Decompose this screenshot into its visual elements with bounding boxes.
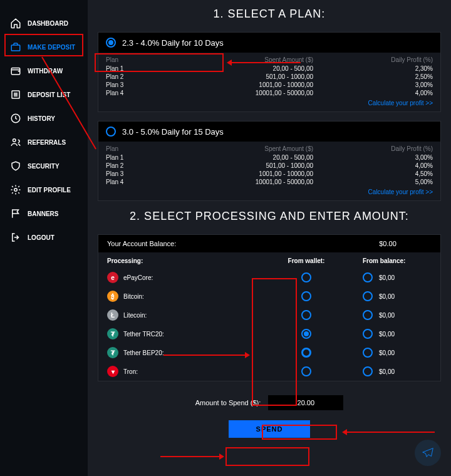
sidebar-item-logout[interactable]: LOGOUT	[0, 225, 88, 249]
plan-amount: 20,00 - 500,00	[167, 65, 321, 73]
plan-name: Plan 2	[98, 162, 167, 170]
plan-name: Plan 1	[98, 65, 167, 73]
sidebar-item-label: EDIT PROFILE	[28, 187, 71, 194]
plan-amount: 501,00 - 1000,00	[167, 162, 321, 170]
coin-icon: ₿	[107, 291, 118, 302]
table-row: Plan 2501,00 - 1000,002,50%	[98, 73, 440, 81]
sidebar-item-withdraw[interactable]: WITHDRAW	[0, 59, 88, 83]
plan-b-table: Plan Spent Amount ($) Daily Profit (%) P…	[98, 142, 440, 186]
plan-name: Plan 3	[98, 170, 167, 178]
table-row: Plan 120,00 - 500,003,00%	[98, 153, 440, 162]
table-row: Plan 31001,00 - 10000,003,00%	[98, 81, 440, 89]
sidebar-item-referrals[interactable]: REFERRALS	[0, 130, 88, 154]
sidebar-item-label: DEPOSIT LIST	[28, 91, 70, 98]
processing-row: ▾Tron:$0,00	[98, 362, 440, 381]
plan-profit: 2,50%	[321, 73, 440, 81]
balance-amount: $0,00	[379, 293, 395, 300]
coin-icon: e	[107, 272, 118, 283]
plan-profit: 5,00%	[321, 178, 440, 186]
calculate-profit-link[interactable]: Calculate your profit >>	[368, 100, 433, 106]
plan-profit: 2,30%	[321, 65, 440, 73]
from-wallet-header: From wallet:	[269, 257, 344, 264]
section-title-2: 2. SELECT PROCESSING AND ENTER AMOUNT:	[98, 210, 441, 223]
processing-row: ₮Tether BEP20:$0,00	[98, 343, 440, 362]
from-wallet-radio[interactable]	[301, 310, 311, 320]
table-row: Plan 410001,00 - 50000,004,00%	[98, 89, 440, 97]
sidebar-item-history[interactable]: HISTORY	[0, 106, 88, 130]
plan-profit: 4,50%	[321, 170, 440, 178]
plan-a-title: 2.3 - 4.0% Daily for 10 Days	[122, 38, 224, 48]
table-row: Plan 120,00 - 500,002,30%	[98, 65, 440, 73]
arrow-amount	[347, 432, 435, 433]
plan-amount: 20,00 - 500,00	[167, 153, 321, 162]
sidebar-item-label: MAKE DEPOSIT	[28, 44, 75, 51]
plan-profit: 4,00%	[321, 89, 440, 97]
plan-profit: 4,00%	[321, 162, 440, 170]
processing-row: ₿Bitcoin:$0,00	[98, 287, 440, 306]
flag-icon	[10, 208, 21, 219]
balance-amount: $0,00	[379, 331, 395, 338]
table-row: Plan 2501,00 - 1000,004,00%	[98, 162, 440, 170]
balance-label: Your Account Balance:	[107, 240, 344, 247]
plan-amount: 1001,00 - 10000,00	[167, 81, 321, 89]
account-balance-row: Your Account Balance: $0.00	[98, 235, 440, 252]
plan-profit: 3,00%	[321, 81, 440, 89]
balance-amount: $0,00	[379, 349, 395, 356]
sidebar-item-dashboard[interactable]: DASHBOARD	[0, 11, 88, 35]
from-wallet-radio[interactable]	[301, 291, 311, 301]
sidebar-item-edit-profile[interactable]: EDIT PROFILE	[0, 178, 88, 202]
sidebar-item-security[interactable]: SECURITY	[0, 154, 88, 178]
gear-icon	[10, 184, 21, 195]
from-balance-radio[interactable]	[363, 272, 373, 282]
svg-point-5	[14, 189, 18, 192]
from-wallet-radio[interactable]	[301, 366, 311, 376]
plan-name: Plan 1	[98, 153, 167, 162]
arrow-spend	[160, 456, 219, 457]
coin-icon: ₮	[107, 328, 118, 339]
plan-col-name: Plan	[98, 53, 167, 65]
main-content: 1. SELECT A PLAN: 2.3 - 4.0% Daily for 1…	[88, 0, 451, 476]
plan-a-table: Plan Spent Amount ($) Daily Profit (%) P…	[98, 53, 440, 97]
spend-button[interactable]: SPEND	[229, 420, 310, 438]
plan-a-header[interactable]: 2.3 - 4.0% Daily for 10 Days	[98, 33, 440, 53]
from-wallet-radio[interactable]	[301, 329, 311, 339]
radio-icon	[106, 38, 116, 48]
plan-name: Plan 2	[98, 73, 167, 81]
from-balance-radio[interactable]	[363, 310, 373, 320]
from-balance-radio[interactable]	[363, 329, 373, 339]
clock-icon	[10, 113, 21, 124]
telegram-icon	[421, 446, 435, 460]
sidebar-item-make-deposit[interactable]: MAKE DEPOSIT	[0, 35, 88, 59]
processing-card: Your Account Balance: $0.00 Processing: …	[98, 234, 441, 381]
from-balance-header: From balance:	[344, 257, 432, 264]
sidebar-item-banners[interactable]: BANNERS	[0, 202, 88, 225]
calculate-profit-link[interactable]: Calculate your profit >>	[368, 189, 433, 195]
table-row: Plan 31001,00 - 10000,004,50%	[98, 170, 440, 178]
logout-icon	[10, 232, 21, 243]
table-row: Plan 410001,00 - 50000,005,00%	[98, 178, 440, 186]
plan-col-profit: Daily Profit (%)	[321, 53, 440, 65]
plan-col-profit: Daily Profit (%)	[321, 142, 440, 153]
from-balance-radio[interactable]	[363, 348, 373, 358]
amount-label: Amount to Spend ($):	[195, 399, 261, 406]
sidebar-item-label: SECURITY	[28, 163, 60, 170]
plan-b-header[interactable]: 3.0 - 5.0% Daily for 15 Days	[98, 122, 440, 142]
from-wallet-radio[interactable]	[301, 348, 311, 358]
sidebar: DASHBOARD MAKE DEPOSIT WITHDRAW DEPOSIT …	[0, 0, 88, 476]
plan-col-name: Plan	[98, 142, 167, 153]
from-balance-radio[interactable]	[363, 366, 373, 376]
from-balance-radio[interactable]	[363, 291, 373, 301]
from-wallet-radio[interactable]	[301, 272, 311, 282]
plan-card-b: 3.0 - 5.0% Daily for 15 Days Plan Spent …	[98, 121, 441, 201]
processing-header: Processing:	[107, 257, 269, 264]
balance-amount: $0,00	[379, 312, 395, 319]
amount-input[interactable]	[268, 395, 343, 410]
plan-amount: 10001,00 - 50000,00	[167, 89, 321, 97]
processor-name: Tron:	[123, 368, 138, 375]
sidebar-item-deposit-list[interactable]: DEPOSIT LIST	[0, 83, 88, 106]
plan-card-a: 2.3 - 4.0% Daily for 10 Days Plan Spent …	[98, 32, 441, 112]
wallet-icon	[10, 65, 21, 76]
telegram-fab[interactable]	[415, 440, 441, 466]
plan-amount: 10001,00 - 50000,00	[167, 178, 321, 186]
coin-icon: ₮	[107, 347, 118, 358]
